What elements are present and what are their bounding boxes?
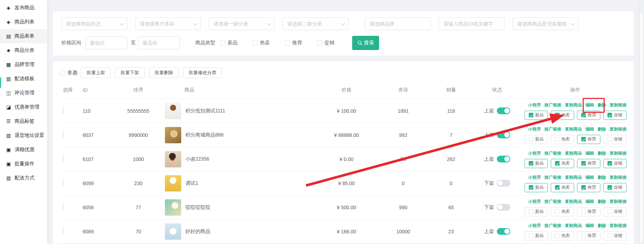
tag-button-hot[interactable]: 热卖	[551, 135, 574, 144]
sidebar-item-7[interactable]: ◪优惠券管理	[0, 100, 47, 114]
filter-select-3[interactable]	[283, 17, 349, 30]
action-link-copy-link[interactable]: 复制链接	[610, 199, 627, 205]
action-link-mini-program[interactable]: 小程序	[528, 174, 541, 181]
filter-input-5[interactable]	[439, 17, 505, 30]
action-link-edit[interactable]: 编辑	[585, 223, 594, 229]
batch-button-1[interactable]: 批量下架	[115, 67, 145, 78]
tag-button-new[interactable]: 新品	[524, 135, 548, 144]
status-toggle[interactable]	[497, 132, 510, 138]
row-checkbox[interactable]	[63, 204, 63, 211]
action-link-copy-link[interactable]: 复制链接	[610, 126, 627, 132]
action-link-copy-product[interactable]: 复制商品	[565, 150, 582, 156]
tag-button-recommend[interactable]: 推荐	[577, 183, 600, 192]
action-link-copy-product[interactable]: 复制商品	[565, 199, 582, 205]
action-link-edit[interactable]: 编辑	[585, 174, 594, 181]
scrollbar-thumb[interactable]	[640, 13, 643, 243]
type-checkbox-0[interactable]: 新品	[220, 40, 238, 46]
tag-button-new[interactable]: 新品	[524, 111, 548, 120]
tag-button-hot[interactable]: 热卖	[551, 183, 574, 192]
sidebar-item-10[interactable]: ▣满额优惠	[0, 143, 47, 157]
tag-button-recommend[interactable]: 推荐	[577, 135, 600, 144]
action-link-delete[interactable]: 删除	[598, 199, 606, 205]
tag-button-hot[interactable]: 热卖	[551, 207, 574, 216]
filter-input-4[interactable]	[365, 17, 431, 30]
action-link-delete[interactable]: 删除	[598, 102, 606, 108]
sidebar-item-5[interactable]: ▥配送模板	[0, 72, 47, 86]
action-link-edit[interactable]: 编辑	[585, 102, 594, 108]
action-link-promo-link[interactable]: 推广链接	[544, 174, 561, 181]
action-link-promo-link[interactable]: 推广链接	[544, 150, 561, 156]
tag-button-hot[interactable]: 热卖	[551, 231, 574, 240]
sidebar-item-4[interactable]: ▦品牌管理	[0, 57, 47, 72]
tag-button-recommend[interactable]: 推荐	[577, 207, 600, 216]
tag-button-promo[interactable]: 促销	[603, 231, 627, 240]
filter-select-2[interactable]	[209, 17, 275, 30]
tag-button-new[interactable]: 新品	[524, 207, 548, 216]
tag-button-new[interactable]: 新品	[524, 183, 548, 192]
action-link-copy-product[interactable]: 复制商品	[565, 126, 582, 132]
status-toggle[interactable]	[497, 156, 510, 162]
type-checkbox-3[interactable]: 促销	[317, 40, 334, 46]
row-checkbox[interactable]	[63, 156, 63, 162]
action-link-promo-link[interactable]: 推广链接	[544, 102, 561, 108]
action-link-delete[interactable]: 删除	[598, 126, 606, 132]
min-price-input[interactable]	[85, 37, 127, 49]
tag-button-recommend[interactable]: 推荐	[577, 159, 600, 168]
action-link-copy-link[interactable]: 复制链接	[610, 150, 627, 156]
filter-select-1[interactable]	[135, 17, 201, 30]
row-checkbox[interactable]	[63, 108, 63, 114]
tag-button-recommend[interactable]: 推荐	[577, 111, 600, 120]
batch-button-2[interactable]: 批量删除	[149, 67, 179, 78]
action-link-edit[interactable]: 编辑	[585, 199, 594, 205]
select-all-checkbox[interactable]: 全选	[60, 70, 77, 76]
action-link-promo-link[interactable]: 推广链接	[544, 223, 561, 229]
sidebar-item-0[interactable]: ◈发布商品	[0, 1, 47, 15]
tag-button-promo[interactable]: 促销	[603, 111, 627, 120]
action-link-copy-product[interactable]: 复制商品	[565, 174, 582, 181]
tag-button-new[interactable]: 新品	[524, 159, 548, 168]
row-checkbox[interactable]	[63, 228, 63, 235]
tag-button-promo[interactable]: 促销	[603, 159, 627, 168]
sidebar-item-2[interactable]: ▤商品表单	[0, 29, 47, 43]
status-toggle[interactable]	[497, 204, 510, 211]
status-toggle[interactable]	[497, 107, 510, 114]
action-link-copy-link[interactable]: 复制链接	[610, 174, 627, 181]
sidebar-item-1[interactable]: ◈商品列表	[0, 15, 47, 29]
tag-button-promo[interactable]: 促销	[603, 207, 627, 216]
filter-select-6[interactable]	[512, 17, 578, 30]
status-toggle[interactable]	[497, 228, 510, 235]
action-link-copy-product[interactable]: 复制商品	[565, 102, 582, 108]
status-toggle[interactable]	[497, 180, 510, 187]
sidebar-item-12[interactable]: ▥配送方式	[0, 171, 47, 185]
tag-button-recommend[interactable]: 推荐	[577, 231, 600, 240]
tag-button-new[interactable]: 新品	[524, 231, 548, 240]
tag-button-promo[interactable]: 促销	[603, 183, 627, 192]
action-link-edit[interactable]: 编辑	[585, 126, 594, 132]
action-link-mini-program[interactable]: 小程序	[528, 150, 541, 156]
action-link-mini-program[interactable]: 小程序	[528, 199, 541, 205]
filter-select-0[interactable]	[61, 17, 127, 30]
action-link-delete[interactable]: 删除	[598, 174, 606, 181]
sidebar-item-8[interactable]: ☰商品标签	[0, 114, 47, 128]
sidebar-item-6[interactable]: ◫评论管理	[0, 86, 47, 100]
scrollbar[interactable]	[638, 0, 644, 244]
action-link-delete[interactable]: 删除	[598, 150, 606, 156]
action-link-mini-program[interactable]: 小程序	[528, 223, 541, 229]
max-price-input[interactable]	[138, 37, 180, 49]
sidebar-item-3[interactable]: ♣商品分类	[0, 43, 47, 57]
sidebar-item-9[interactable]: ▥退货地址设置	[0, 128, 47, 143]
row-checkbox[interactable]	[63, 180, 63, 187]
action-link-copy-link[interactable]: 复制链接	[610, 102, 627, 108]
search-button[interactable]: 搜索	[352, 36, 379, 50]
action-link-edit[interactable]: 编辑	[585, 150, 594, 156]
tag-button-hot[interactable]: 热卖	[551, 159, 574, 168]
action-link-delete[interactable]: 删除	[598, 223, 606, 229]
sidebar-item-11[interactable]: ▣批量操作	[0, 157, 47, 171]
tag-button-hot[interactable]: 热卖	[551, 111, 574, 120]
batch-button-0[interactable]: 批量上架	[81, 67, 111, 78]
row-checkbox[interactable]	[63, 132, 63, 138]
action-link-promo-link[interactable]: 推广链接	[544, 126, 561, 132]
action-link-copy-link[interactable]: 复制链接	[610, 223, 627, 229]
tag-button-promo[interactable]: 促销	[603, 135, 627, 144]
action-link-mini-program[interactable]: 小程序	[528, 126, 541, 132]
